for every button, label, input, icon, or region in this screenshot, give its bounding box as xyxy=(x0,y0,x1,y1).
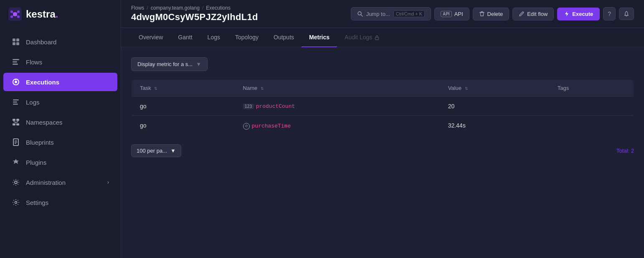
breadcrumb-flows: Flows xyxy=(131,5,144,11)
help-button[interactable]: ? xyxy=(603,7,616,20)
bell-icon xyxy=(624,11,629,17)
tab-metrics[interactable]: Metrics xyxy=(302,28,337,47)
tab-outputs-label: Outputs xyxy=(274,34,294,41)
plugins-icon xyxy=(12,158,20,166)
sidebar-item-namespaces[interactable]: Namespaces xyxy=(3,113,117,131)
dashboard-icon xyxy=(12,38,20,46)
row2-name: ⏱ purchaseTime xyxy=(235,116,440,136)
svg-point-37 xyxy=(358,12,361,15)
sidebar-item-dashboard[interactable]: Dashboard xyxy=(3,33,117,51)
metrics-table: Task ⇅ Name ⇅ Value ⇅ Tags xyxy=(131,79,634,136)
shortcut-label: Ctrl/Cmd + K xyxy=(393,10,425,17)
notification-button[interactable] xyxy=(619,8,634,20)
sidebar-item-label-plugins: Plugins xyxy=(26,159,46,166)
tab-overview[interactable]: Overview xyxy=(131,28,170,47)
row1-tags xyxy=(549,97,634,116)
sidebar-item-label-dashboard: Dashboard xyxy=(26,38,56,46)
search-icon xyxy=(357,11,363,17)
total-count-label: Total: 2 xyxy=(616,148,634,154)
metric-name-row1: productCount xyxy=(256,103,295,110)
col-header-task[interactable]: Task ⇅ xyxy=(132,80,235,97)
sidebar-item-label-flows: Flows xyxy=(26,59,42,66)
row2-value: 32.44s xyxy=(440,116,549,136)
row1-value: 20 xyxy=(440,97,549,116)
bolt-icon xyxy=(564,11,570,17)
delete-button[interactable]: Delete xyxy=(473,8,510,20)
numeric-type-icon: 123 xyxy=(243,104,254,109)
executions-icon xyxy=(12,78,20,86)
settings-icon xyxy=(12,198,20,207)
pagination-row: 100 per pa... ▼ Total: 2 xyxy=(131,144,634,157)
display-metric-dropdown[interactable]: Display metric for a s... ▼ xyxy=(131,57,208,71)
tab-metrics-label: Metrics xyxy=(309,34,330,41)
svg-point-3 xyxy=(17,10,20,13)
metric-name-row2: purchaseTime xyxy=(252,123,291,129)
sidebar-item-administration[interactable]: Administration › xyxy=(3,173,117,192)
tab-audit-logs-label: Audit Logs xyxy=(345,34,372,41)
edit-flow-label: Edit flow xyxy=(527,11,548,17)
sidebar-item-plugins[interactable]: Plugins xyxy=(3,153,117,171)
svg-rect-13 xyxy=(16,42,19,45)
tab-overview-label: Overview xyxy=(139,34,163,41)
breadcrumb-sep1: / xyxy=(147,5,148,11)
jump-to-button[interactable]: Jump to... Ctrl/Cmd + K xyxy=(351,7,431,20)
sort-icon-task: ⇅ xyxy=(154,87,157,91)
col-header-name[interactable]: Name ⇅ xyxy=(235,80,440,97)
per-page-select[interactable]: 100 per pa... ▼ xyxy=(131,144,181,157)
tab-topology[interactable]: Topology xyxy=(228,28,266,47)
svg-point-36 xyxy=(15,202,17,204)
svg-rect-22 xyxy=(13,104,18,105)
svg-rect-42 xyxy=(375,37,379,40)
row1-task: go xyxy=(132,97,235,116)
sidebar-item-logs[interactable]: Logs xyxy=(3,93,117,111)
main-content: Flows / company.team.golang / Executions… xyxy=(121,0,644,258)
svg-rect-21 xyxy=(13,102,17,102)
tab-outputs[interactable]: Outputs xyxy=(266,28,302,47)
col-header-value[interactable]: Value ⇅ xyxy=(440,80,549,97)
sidebar-item-label-executions: Executions xyxy=(26,79,59,86)
svg-rect-14 xyxy=(13,59,19,60)
svg-rect-20 xyxy=(13,100,19,100)
breadcrumb-area: Flows / company.team.golang / Executions… xyxy=(131,5,258,23)
tab-gantt[interactable]: Gantt xyxy=(170,28,200,47)
svg-point-41 xyxy=(626,16,627,17)
svg-rect-26 xyxy=(16,123,19,125)
administration-arrow-icon: › xyxy=(107,179,109,185)
api-label: API xyxy=(454,11,463,17)
svg-point-4 xyxy=(10,15,13,18)
logo-area: kestra. xyxy=(0,0,121,28)
execution-title: 4dwgM0CsyW5PJZ2yIhdL1d xyxy=(131,12,258,23)
nav-items: Dashboard Flows Executions Logs xyxy=(0,28,121,258)
sidebar-item-executions[interactable]: Executions xyxy=(3,73,117,91)
svg-point-2 xyxy=(10,10,13,13)
logs-icon xyxy=(12,98,20,106)
execute-button[interactable]: Execute xyxy=(557,8,600,20)
sidebar-item-label-settings: Settings xyxy=(26,199,48,206)
sidebar-item-blueprints[interactable]: Blueprints xyxy=(3,133,117,151)
sidebar-item-settings[interactable]: Settings xyxy=(3,193,117,212)
col-header-tags: Tags xyxy=(549,80,634,97)
svg-rect-24 xyxy=(16,119,19,121)
tab-audit-logs: Audit Logs xyxy=(337,28,387,47)
clock-type-icon: ⏱ xyxy=(243,123,250,130)
sidebar-item-label-namespaces: Namespaces xyxy=(26,119,63,126)
breadcrumb-namespace: company.team.golang xyxy=(151,5,200,11)
logo-text: kestra. xyxy=(26,8,58,20)
svg-rect-11 xyxy=(16,38,19,41)
table-row: go 123 productCount 20 xyxy=(132,97,634,116)
edit-flow-button[interactable]: Edit flow xyxy=(512,8,554,20)
per-page-arrow-icon: ▼ xyxy=(170,148,176,154)
svg-rect-10 xyxy=(13,38,15,41)
row1-name: 123 productCount xyxy=(235,97,440,116)
api-button[interactable]: API API xyxy=(434,8,469,20)
header-actions: Jump to... Ctrl/Cmd + K API API Delete E… xyxy=(351,7,634,20)
tab-gantt-label: Gantt xyxy=(178,34,192,41)
per-page-label: 100 per pa... xyxy=(137,148,167,154)
breadcrumb: Flows / company.team.golang / Executions xyxy=(131,5,258,11)
svg-point-35 xyxy=(15,181,17,184)
svg-rect-12 xyxy=(13,42,15,45)
table-header: Task ⇅ Name ⇅ Value ⇅ Tags xyxy=(132,80,634,97)
sidebar-item-flows[interactable]: Flows xyxy=(3,53,117,71)
tab-logs[interactable]: Logs xyxy=(200,28,228,47)
sort-icon-value: ⇅ xyxy=(465,87,468,91)
